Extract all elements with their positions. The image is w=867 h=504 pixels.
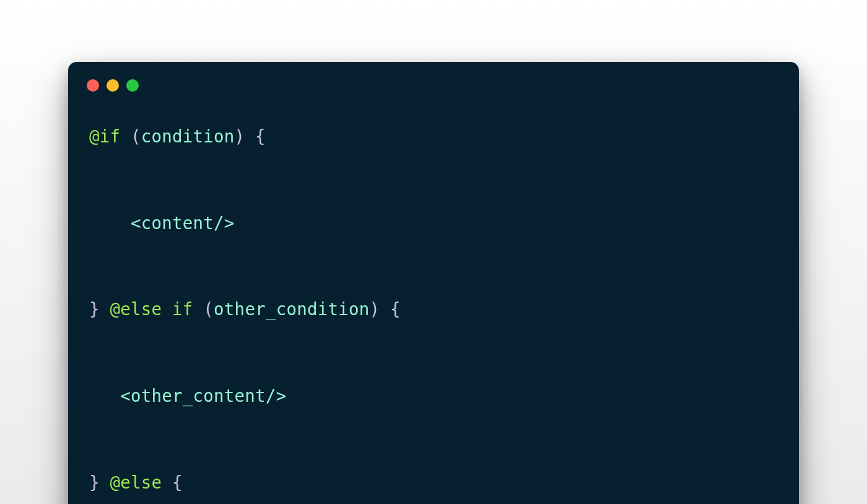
minimize-icon[interactable] bbox=[107, 79, 119, 92]
space bbox=[162, 299, 172, 319]
identifier: condition bbox=[141, 126, 235, 146]
tag-open: < bbox=[89, 213, 141, 233]
tag-close2: /> bbox=[266, 386, 287, 406]
paren-open: ( bbox=[120, 126, 141, 146]
paren-open2: ( bbox=[193, 299, 214, 319]
brace-close: } bbox=[89, 299, 110, 319]
keyword-if2: if bbox=[172, 299, 193, 319]
tag-open2: < bbox=[89, 386, 131, 406]
keyword-else: @else bbox=[110, 299, 162, 319]
brace-open: { bbox=[162, 472, 183, 492]
code-block: @if (condition) { <content/> } @else if … bbox=[68, 98, 799, 504]
keyword-if: @if bbox=[89, 126, 120, 146]
keyword-else2: @else bbox=[110, 472, 162, 492]
zoom-icon[interactable] bbox=[126, 79, 139, 92]
code-window: @if (condition) { <content/> } @else if … bbox=[68, 62, 799, 504]
paren-close-brace: ) { bbox=[235, 126, 266, 146]
tag-name2: other_content bbox=[131, 386, 266, 406]
brace-close2: } bbox=[89, 472, 110, 492]
close-icon[interactable] bbox=[87, 79, 99, 92]
tag-close: /> bbox=[214, 213, 235, 233]
identifier2: other_condition bbox=[214, 299, 369, 319]
window-titlebar bbox=[68, 62, 799, 98]
tag-name: content bbox=[141, 213, 214, 233]
paren-close-brace2: ) { bbox=[369, 299, 400, 319]
